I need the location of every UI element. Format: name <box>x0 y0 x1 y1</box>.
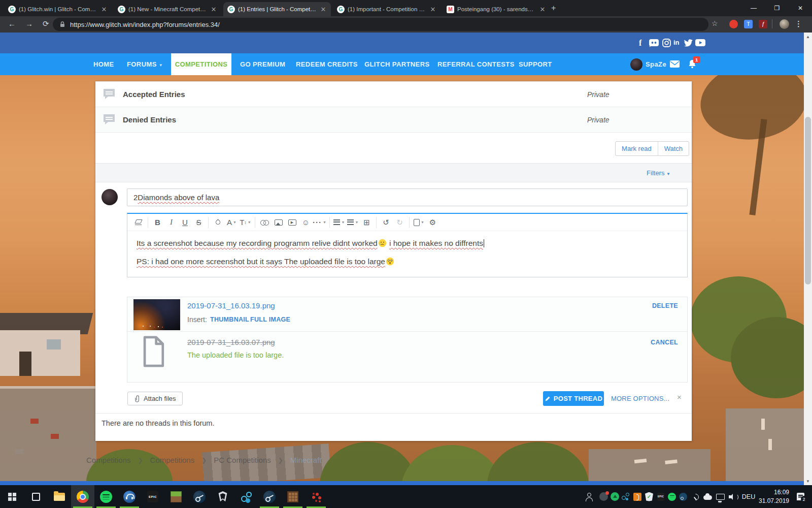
tab-close-icon[interactable]: ✕ <box>210 6 217 13</box>
profile-avatar[interactable] <box>780 19 789 29</box>
nav-go-premium[interactable]: GO PREMIUM <box>240 53 285 75</box>
tab-glitch-home[interactable]: G (1) Glitch.win | Glitch - Compete, ✕ <box>4 2 112 16</box>
youtube-icon[interactable] <box>695 39 705 46</box>
insert-full-image-button[interactable]: FULL IMAGE <box>250 316 290 323</box>
vpn-tray-icon[interactable] <box>609 485 620 508</box>
linkedin-icon[interactable]: in <box>673 39 680 46</box>
epic-tray-icon[interactable]: EPIC <box>655 485 666 508</box>
source-view-icon[interactable]: ▼ <box>412 216 426 229</box>
discord-tray-icon[interactable] <box>598 485 609 508</box>
scroll-up-icon[interactable]: ▲ <box>804 33 812 41</box>
editor-body[interactable]: Its a screenshot because my recording pr… <box>127 231 687 274</box>
alignment-icon[interactable]: ▼ <box>332 216 346 229</box>
forward-icon[interactable]: → <box>25 19 33 28</box>
breadcrumb-item[interactable]: Competitions <box>86 456 131 464</box>
page-scrollbar[interactable]: ▲ ▼ <box>804 33 812 485</box>
mark-read-button[interactable]: Mark read <box>616 142 658 155</box>
emoji-picker-icon[interactable]: ☺ <box>299 216 313 229</box>
scrollbar-thumb[interactable] <box>805 117 811 284</box>
people-tray-icon[interactable] <box>581 485 597 508</box>
watch-button[interactable]: Watch <box>658 142 689 155</box>
scroll-down-icon[interactable]: ▼ <box>804 477 812 485</box>
breadcrumb-item[interactable]: Competitions <box>150 456 195 464</box>
delete-attachment-button[interactable]: DELETE <box>652 302 678 309</box>
attachment-thumbnail[interactable] <box>133 299 180 330</box>
undo-icon[interactable]: ↺ <box>379 216 393 229</box>
bold-icon[interactable]: B <box>151 216 164 229</box>
editor-settings-gear-icon[interactable]: ⚙ <box>426 216 439 229</box>
nav-referral-contests[interactable]: REFERRAL CONTESTS <box>437 53 515 75</box>
insert-link-icon[interactable] <box>258 216 272 229</box>
more-tools-icon[interactable]: ···▼ <box>313 216 327 229</box>
node-title[interactable]: Accepted Entries <box>123 90 185 99</box>
reload-icon[interactable]: ⟳ <box>43 19 49 28</box>
teamspeak-taskbar-icon[interactable] <box>118 485 141 508</box>
messages-envelope-icon[interactable] <box>670 60 680 68</box>
more-options-button[interactable]: MORE OPTIONS... <box>611 395 669 402</box>
nav-forums[interactable]: FORUMS▼ <box>127 53 163 75</box>
user-avatar[interactable] <box>630 58 642 71</box>
attachment-filename-link[interactable]: 2019-07-31_16.03.19.png <box>187 301 275 310</box>
back-icon[interactable]: ← <box>8 19 16 28</box>
address-bar[interactable]: https://www.glitch.win/index.php?forums/… <box>53 18 708 31</box>
redo-icon[interactable]: ↻ <box>393 216 407 229</box>
tab-close-icon[interactable]: ✕ <box>429 6 436 13</box>
list-icon[interactable]: ▼ <box>346 216 360 229</box>
spotify-taskbar-icon[interactable] <box>94 485 118 508</box>
filters-button[interactable]: Filters ▼ <box>647 169 670 177</box>
composer-user-avatar[interactable] <box>101 189 118 205</box>
breadcrumb-item-current[interactable]: Minecraft <box>290 456 322 464</box>
java-tray-icon[interactable] <box>632 485 643 508</box>
rich-text-editor[interactable]: B I U S A▼ T↕▼ ▶ ☺ ···▼ ▼ ▼ <box>127 213 688 277</box>
window-close-button[interactable]: ✕ <box>789 0 812 16</box>
node-title[interactable]: Denied Entries <box>123 115 176 124</box>
tab-close-icon[interactable]: ✕ <box>100 6 108 13</box>
wolf-game-taskbar-icon[interactable] <box>211 485 234 508</box>
font-size-icon[interactable]: T↕▼ <box>239 216 252 229</box>
node-row-denied-entries[interactable]: Denied Entries Private <box>95 107 692 133</box>
minecraft-launcher-taskbar-icon[interactable] <box>281 485 304 508</box>
tab-close-icon[interactable]: ✕ <box>320 6 327 13</box>
attach-files-button[interactable]: Attach files <box>127 392 183 405</box>
insert-media-icon[interactable]: ▶ <box>285 216 299 229</box>
onedrive-cloud-tray-icon[interactable] <box>701 485 714 508</box>
font-family-icon[interactable]: A▼ <box>225 216 239 229</box>
window-minimize-button[interactable]: — <box>742 0 765 16</box>
nav-redeem-credits[interactable]: REDEEM CREDITS <box>296 53 358 75</box>
twitter-icon[interactable] <box>684 39 693 47</box>
italic-icon[interactable]: I <box>164 216 178 229</box>
chrome-taskbar-icon[interactable] <box>71 485 94 508</box>
minecraft-taskbar-icon[interactable] <box>164 485 188 508</box>
text-color-icon[interactable] <box>211 216 225 229</box>
new-tab-button[interactable]: + <box>551 4 556 13</box>
red-dots-app-taskbar-icon[interactable] <box>304 485 328 508</box>
browser-menu-icon[interactable]: ⋮ <box>795 19 802 28</box>
remove-format-icon[interactable] <box>131 216 145 229</box>
bubbles-app-taskbar-icon[interactable] <box>234 485 258 508</box>
tab-entries-active[interactable]: G (1) Entries | Glitch - Compete, Sha ✕ <box>223 2 331 16</box>
tab-new-competition[interactable]: G (1) New - Minecraft Competition ✕ <box>114 2 221 16</box>
task-view-button[interactable] <box>24 485 48 508</box>
translate-extension-icon[interactable]: T <box>744 20 753 28</box>
username-link[interactable]: SpaZe <box>646 53 666 75</box>
instagram-icon[interactable] <box>662 39 671 47</box>
post-thread-button[interactable]: POST THREAD <box>543 391 604 406</box>
nav-home[interactable]: HOME <box>93 53 114 75</box>
window-restore-button[interactable]: ❐ <box>765 0 789 16</box>
tab-close-icon[interactable]: ✕ <box>539 6 546 13</box>
network-monitor-tray-icon[interactable] <box>714 485 727 508</box>
action-center-icon[interactable]: 2 <box>793 485 808 508</box>
bubbles-tray-icon[interactable] <box>620 485 631 508</box>
composer-close-icon[interactable]: × <box>677 393 682 401</box>
epic-games-taskbar-icon[interactable]: EPIC <box>141 485 164 508</box>
keyboard-language-indicator[interactable]: DEU <box>740 485 757 508</box>
node-row-accepted-entries[interactable]: Accepted Entries Private <box>95 82 692 107</box>
nav-glitch-partners[interactable]: GLITCH PARTNERS <box>364 53 430 75</box>
file-explorer-icon[interactable] <box>48 485 71 508</box>
thread-title-input[interactable]: 2 Diamonds above of lava <box>127 188 688 206</box>
satellite-tray-icon[interactable] <box>689 485 701 508</box>
tab-important[interactable]: G (1) Important - Competition Requ ✕ <box>333 2 441 16</box>
clock-tray[interactable]: 16:0931.07.2019 <box>757 485 791 508</box>
discord-icon[interactable] <box>649 39 659 47</box>
defender-shield-tray-icon[interactable]: ✓ <box>644 485 655 508</box>
